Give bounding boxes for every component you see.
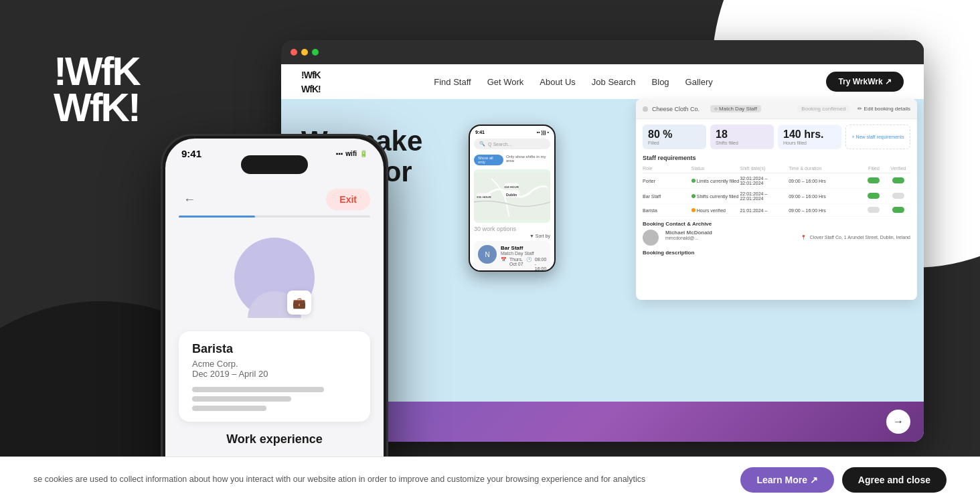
location-block: 📍 Clover Staff Co, 1 Arundel Street, Dub…	[801, 230, 910, 242]
col-verified-header: Verified	[886, 166, 910, 171]
phone-time: 9:41	[181, 148, 201, 159]
location-pin: 📍	[801, 235, 807, 240]
filled-value: 80 %	[648, 129, 701, 141]
row3-status: Hours verified	[691, 208, 740, 213]
location-text: Clover Staff Co, 1 Arundel Street, Dubli…	[810, 235, 910, 240]
booking-tab[interactable]: ○ Match Day Staff	[710, 105, 761, 112]
row1-status: Limits currently filled	[691, 179, 740, 183]
cookie-text-content: se cookies are used to collect informati…	[33, 475, 645, 484]
learn-more-button[interactable]: Learn More ↗	[740, 467, 833, 493]
row1-verified	[886, 177, 910, 184]
job-date: Dec 2019 – April 20	[192, 369, 357, 379]
contact-email: mmcdonald@...	[665, 236, 712, 240]
inner-phone-screen: 9:41 ▪▪ ))) ▪ 🔍 Q Search... Show all onl…	[470, 126, 554, 270]
map-svg: Dublin €15 HOUR €18 HOUR	[474, 169, 550, 223]
user-avatar: 💼	[234, 238, 315, 318]
stat-hours: 140 hrs. Hours filled	[778, 124, 841, 149]
row1-role: Porter	[643, 179, 691, 183]
hours-label: Hours filled	[783, 141, 836, 145]
row2-time: 09:00 – 16:00 Hrs	[789, 194, 862, 199]
row3-filled	[862, 207, 886, 214]
exit-button[interactable]: Exit	[326, 189, 370, 210]
row3-verified	[886, 207, 910, 214]
add-requirements-btn[interactable]: + New staff requirements	[845, 124, 910, 149]
search-icon: 🔍	[479, 141, 485, 147]
next-arrow[interactable]: →	[886, 410, 910, 434]
cookie-text: se cookies are used to collect informati…	[33, 473, 727, 486]
hours-value: 140 hrs.	[783, 129, 836, 141]
results-count: 30 work options	[474, 226, 550, 232]
job-details: Bar Staff Match Day Staff 📅 Thurs, Oct 0…	[501, 245, 548, 270]
browser-maximize-dot	[312, 49, 319, 56]
sort-label: ▼ Sort by	[529, 234, 550, 238]
inner-job-date: Thurs, Oct 07	[509, 257, 523, 270]
nav-get-work[interactable]: Get Work	[487, 77, 524, 87]
job-card-inner: N Bar Staff Match Day Staff 📅 Thurs, Oct…	[474, 241, 550, 270]
show-all-btn[interactable]: Show all only	[474, 155, 503, 165]
stat-filled: 80 % Filled	[643, 124, 706, 149]
col-role-header: Role	[643, 166, 691, 171]
sort-row: ▼ Sort by	[474, 234, 550, 238]
nav-blog[interactable]: Blog	[652, 77, 669, 87]
nav-find-staff[interactable]: Find Staff	[434, 77, 471, 87]
search-placeholder: Q Search...	[488, 142, 511, 147]
company-name: Cheese Cloth Co.	[652, 106, 700, 112]
staff-requirements-title: Staff requirements	[643, 155, 910, 161]
cookie-banner: se cookies are used to collect informati…	[0, 456, 980, 502]
inner-job-meta: 📅 Thurs, Oct 07 🕐 08:00 - 16:00	[501, 257, 548, 270]
signal-icon: ▪▪▪	[336, 150, 343, 157]
row3-role: Barista	[643, 208, 691, 213]
job-title: Barista	[192, 342, 357, 356]
filter-label: Only show shifts in my area	[506, 155, 550, 165]
website-cta-button[interactable]: Try WrkWrk ↗	[826, 72, 904, 92]
job-avatar: N	[478, 245, 497, 264]
phone-status-icons: ▪▪▪ wifi 🔋	[336, 150, 368, 157]
inner-job-type: Match Day Staff	[501, 251, 548, 256]
shifts-label: Shifts filled	[716, 141, 768, 145]
browser-top-bar	[281, 40, 924, 64]
filled-label: Filled	[648, 141, 701, 145]
company-icon	[643, 106, 648, 112]
row1-filled	[862, 177, 886, 184]
row1-time: 09:00 – 16:00 Hrs	[789, 179, 862, 183]
row2-shift: 22:01:2024 – 22:01:2024	[740, 191, 789, 201]
row1-shift: 32:01:2024 – 32:01:2024	[740, 176, 789, 185]
website-nav: Find Staff Get Work About Us Job Search …	[434, 77, 713, 87]
row2-filled	[862, 193, 886, 199]
briefcase-icon: 💼	[293, 297, 306, 309]
inner-phone-time: 9:41	[475, 130, 485, 135]
skill-bar-1	[192, 387, 324, 392]
table-row: Barista Hours verified 21:01:2024 – 09:0…	[643, 204, 910, 217]
phone-navigation: ← Exit	[165, 178, 384, 216]
nav-about-us[interactable]: About Us	[540, 77, 575, 87]
contact-info: Michael McDonald mmcdonald@...	[665, 230, 712, 240]
row2-status: Shifts currently filled	[691, 194, 740, 199]
clock-icon: 🕐	[526, 257, 532, 270]
section-title: Work experience	[226, 432, 323, 446]
inner-phone-icons: ▪▪ ))) ▪	[537, 130, 549, 135]
stats-row: 80 % Filled 18 Shifts filled 140 hrs. Ho…	[643, 124, 910, 149]
phone-notch	[241, 155, 308, 174]
browser-minimize-dot	[301, 49, 308, 56]
nav-job-search[interactable]: Job Search	[592, 77, 636, 87]
back-button[interactable]: ←	[179, 189, 200, 210]
inner-phone-search[interactable]: 🔍 Q Search...	[474, 139, 550, 149]
row2-verified	[886, 193, 910, 199]
inner-phone-status: 9:41 ▪▪ ))) ▪	[470, 126, 554, 136]
nav-gallery[interactable]: Gallery	[685, 77, 713, 87]
edit-btn[interactable]: ✏ Edit booking details	[858, 106, 910, 112]
cookie-actions: Learn More ↗ Agree and close	[740, 467, 947, 493]
stat-shifts: 18 Shifts filled	[710, 124, 774, 149]
table-row: Bar Staff Shifts currently filled 22:01:…	[643, 189, 910, 204]
battery-icon: 🔋	[359, 150, 368, 157]
website-logo: !WfKWfK!	[301, 68, 321, 96]
skill-bar-2	[192, 396, 291, 402]
col-shift-header: Shift date(s)	[740, 166, 789, 171]
booking-desc-title: Booking description	[643, 250, 910, 256]
agree-and-close-button[interactable]: Agree and close	[842, 467, 947, 493]
job-company: Acme Corp.	[192, 359, 357, 369]
filter-row: Show all only Only show shifts in my are…	[470, 152, 554, 168]
calendar-icon: 📅	[501, 257, 507, 270]
dashboard-body: 80 % Filled 18 Shifts filled 140 hrs. Ho…	[636, 119, 917, 261]
contact-avatar	[643, 230, 659, 246]
